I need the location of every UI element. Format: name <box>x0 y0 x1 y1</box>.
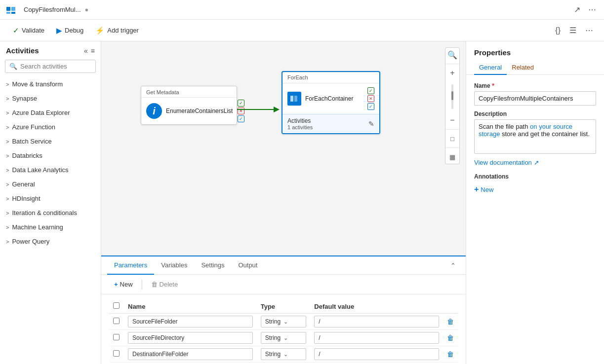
foreach-label: ForEachContainer <box>305 95 353 102</box>
foreach-success-action[interactable]: ✓ <box>367 87 374 94</box>
sidebar-header: Activities « ≡ <box>0 41 101 58</box>
zoom-in-button[interactable]: + <box>445 66 459 80</box>
tab-related[interactable]: Related <box>507 61 539 75</box>
sidebar-item-azure-data-explorer[interactable]: > Azure Data Explorer <box>0 106 101 120</box>
chevron-right-icon: > <box>6 110 9 116</box>
svg-rect-1 <box>11 7 15 11</box>
get-metadata-label: EnumerateContainersList <box>166 108 233 114</box>
zoom-out-button[interactable]: − <box>445 113 459 127</box>
param-name-1[interactable] <box>128 316 253 328</box>
annotations-label: Annotations <box>474 173 596 180</box>
toolbar: ✓ Validate ▶ Debug ⚡ Add trigger {} ☰ ⋯ <box>0 20 604 41</box>
fail-action[interactable]: ✕ <box>238 108 244 114</box>
param-type-3[interactable]: String ⌄ <box>261 348 307 360</box>
sidebar-item-synapse[interactable]: > Synapse <box>0 91 101 106</box>
bottom-tabs: Parameters Variables Settings Output ⌃ <box>101 256 466 275</box>
delete-row-2-icon[interactable]: 🗑 <box>447 334 454 342</box>
plus-icon: + <box>114 281 118 288</box>
more-options-icon[interactable]: ⋯ <box>586 3 598 16</box>
tab-output[interactable]: Output <box>231 256 264 275</box>
name-input[interactable] <box>474 91 596 106</box>
param-type-1[interactable]: String ⌄ <box>261 316 307 328</box>
sidebar: Activities « ≡ 🔍 > Move & transform > Sy… <box>0 41 101 364</box>
svg-rect-5 <box>290 96 293 102</box>
svg-rect-2 <box>6 12 10 14</box>
row-checkbox-1[interactable] <box>113 318 120 324</box>
foreach-inner: ForEachContainer ✓ ✕ ✓ <box>282 83 379 114</box>
canvas[interactable]: 🔍 + − □ ▦ Get Metadata <box>101 41 466 255</box>
sidebar-item-power-query[interactable]: > Power Query <box>0 234 101 249</box>
sidebar-item-move-transform[interactable]: > Move & transform <box>0 77 101 91</box>
chevron-right-icon: > <box>6 224 9 230</box>
top-bar: CopyFilesfromMul... ● ↗ ⋯ <box>0 0 604 20</box>
collapse-left-icon[interactable]: « <box>84 47 88 55</box>
select-all-checkbox[interactable] <box>113 302 120 309</box>
bottom-toolbar: + New 🗑 Delete <box>101 275 466 294</box>
success-action[interactable]: ✓ <box>238 100 244 107</box>
code-icon[interactable]: {} <box>552 23 564 38</box>
svg-rect-3 <box>11 12 15 14</box>
more-icon[interactable]: ⋯ <box>582 23 596 38</box>
foreach-complete-action[interactable]: ✓ <box>367 103 374 110</box>
col-type-header: Type <box>257 299 311 314</box>
sidebar-item-iteration-conditionals[interactable]: > Iteration & conditionals <box>0 206 101 220</box>
search-canvas-button[interactable]: 🔍 <box>445 48 459 62</box>
foreach-icon <box>287 92 301 106</box>
bottom-panel: Parameters Variables Settings Output ⌃ +… <box>101 255 466 364</box>
complete-action[interactable]: ✓ <box>238 115 244 122</box>
add-trigger-button[interactable]: ⚡ Add trigger <box>90 24 144 37</box>
expand-icon[interactable]: ↗ <box>572 3 582 16</box>
chevron-right-icon: > <box>6 210 9 216</box>
list-icon[interactable]: ☰ <box>566 23 579 38</box>
row-checkbox-2[interactable] <box>113 334 120 340</box>
debug-button[interactable]: ▶ Debug <box>51 24 88 37</box>
chevron-right-icon: > <box>6 96 9 102</box>
arrange-button[interactable]: ▦ <box>445 150 459 164</box>
param-default-1[interactable] <box>314 316 439 328</box>
properties-tabs: General Related <box>466 57 604 75</box>
sidebar-item-machine-learning[interactable]: > Machine Learning <box>0 220 101 234</box>
tab-settings[interactable]: Settings <box>194 256 231 275</box>
validate-button[interactable]: ✓ Validate <box>8 24 49 37</box>
foreach-node[interactable]: ForEach ForEachContainer ✓ ✕ ✓ <box>282 71 380 134</box>
sidebar-item-general[interactable]: > General <box>0 177 101 191</box>
tab-variables[interactable]: Variables <box>154 256 194 275</box>
properties-content: Name * Description Scan the file path on… <box>466 75 604 364</box>
row-checkbox-3[interactable] <box>113 350 120 357</box>
search-input[interactable] <box>20 63 101 70</box>
sidebar-item-azure-function[interactable]: > Azure Function <box>0 120 101 134</box>
delete-row-3-icon[interactable]: 🗑 <box>447 350 454 358</box>
sidebar-item-databricks[interactable]: > Databricks <box>0 148 101 163</box>
tab-general[interactable]: General <box>474 61 507 75</box>
properties-title: Properties <box>466 41 604 57</box>
foreach-fail-action[interactable]: ✕ <box>367 95 374 102</box>
bottom-collapse-icon[interactable]: ⌃ <box>446 258 460 273</box>
param-type-2[interactable]: String ⌄ <box>261 332 307 344</box>
description-field[interactable]: Scan the file path on your source storag… <box>474 119 596 154</box>
chevron-right-icon: > <box>6 167 9 173</box>
param-name-3[interactable] <box>128 348 253 360</box>
foreach-edit-icon[interactable]: ✎ <box>368 120 374 128</box>
get-metadata-node[interactable]: Get Metadata i EnumerateContainersList ✓… <box>141 86 237 125</box>
delete-row-1-icon[interactable]: 🗑 <box>447 318 454 326</box>
new-annotation-button[interactable]: + New <box>474 183 493 196</box>
param-default-2[interactable] <box>314 332 439 344</box>
new-param-button[interactable]: + New <box>109 279 138 290</box>
sidebar-item-batch-service[interactable]: > Batch Service <box>0 134 101 148</box>
col-default-header: Default value <box>310 299 443 314</box>
param-default-3[interactable] <box>314 348 439 360</box>
sidebar-item-hdinsight[interactable]: > HDInsight <box>0 191 101 206</box>
fit-screen-button[interactable]: □ <box>445 132 459 146</box>
delete-icon: 🗑 <box>151 281 158 288</box>
sidebar-item-data-lake-analytics[interactable]: > Data Lake Analytics <box>0 163 101 177</box>
param-name-2[interactable] <box>128 332 253 344</box>
delete-param-button[interactable]: 🗑 Delete <box>146 279 183 290</box>
view-docs-link[interactable]: View documentation ➚ <box>474 159 596 166</box>
foreach-activities-label: Activities <box>287 117 313 124</box>
sidebar-header-icons: « ≡ <box>84 47 95 55</box>
foreach-activities-section[interactable]: Activities 1 activities ✎ <box>282 114 379 133</box>
params-table: Name Type Default value Strin <box>109 299 458 364</box>
tab-parameters[interactable]: Parameters <box>107 256 154 275</box>
filter-icon[interactable]: ≡ <box>91 47 95 55</box>
external-link-icon: ➚ <box>534 159 539 166</box>
